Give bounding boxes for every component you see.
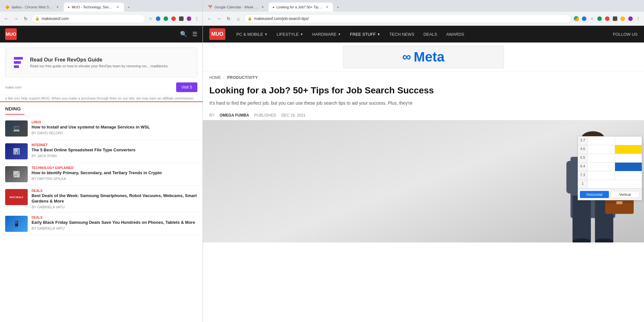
left-menu-icon[interactable]: ⋮ [194, 15, 200, 22]
left-ad-banner: Read Our Free RevOps Guide Read our free… [5, 48, 197, 77]
left-tab-1[interactable]: 🔶 dailies - Chrome Web Store ✕ [1, 3, 64, 12]
right-tab-1-favicon: 📅 [208, 5, 213, 9]
right-breadcrumb-home[interactable]: HOME [209, 75, 221, 80]
right-extension-icon-3[interactable] [604, 15, 611, 22]
right-sp-row-6: 1 [578, 180, 642, 189]
right-sp-label-1: 3.7 [578, 137, 588, 145]
left-tab-2[interactable]: ● MUO - Technology, Simplified ✕ [64, 3, 124, 12]
left-tab-1-favicon: 🔶 [5, 5, 10, 9]
right-nav-items: PC & MOBILE ▼ LIFESTYLE ▼ HARDWARE ▼ FRE… [232, 26, 469, 43]
right-sp-cell-2-2[interactable] [615, 145, 642, 154]
right-sp-cell-2-1[interactable] [588, 145, 615, 154]
right-sp-vertical-btn[interactable]: Vertical [610, 191, 640, 198]
left-article-5-title: Early Black Friday Samsung Deals Save Yo… [32, 220, 197, 225]
right-extension-icon-1[interactable] [581, 15, 587, 22]
right-extension-icon-6[interactable] [627, 15, 634, 22]
right-nav-pc-mobile[interactable]: PC & MOBILE ▼ [232, 26, 272, 43]
svg-rect-11 [566, 161, 574, 193]
right-tab-2[interactable]: ● Looking for a Job? 50+ Tips fo... ✕ [269, 3, 333, 12]
left-ad-source: make.com [5, 85, 22, 89]
right-address-bar: ← → ↻ ⌂ 🔒 makeuseof.com/job-search-tips/… [203, 12, 644, 26]
left-tab-2-close[interactable]: ✕ [116, 5, 120, 9]
right-extension-icon-4[interactable] [612, 15, 618, 22]
left-extension-icon-4[interactable] [178, 15, 185, 22]
left-hamburger-icon[interactable]: ☰ [192, 31, 197, 38]
left-url-box[interactable]: 🔒 makeuseof.com [32, 14, 145, 23]
right-tab-1-close[interactable]: ✕ [261, 5, 265, 9]
right-sp-cell-1-2[interactable] [615, 137, 642, 145]
left-bookmark-icon[interactable]: ☆ [147, 15, 154, 22]
left-search-icon[interactable]: 🔍 [180, 31, 187, 38]
right-sp-row-3: 5.5 [578, 154, 642, 163]
left-article-5[interactable]: 📱 DEALS Early Black Friday Samsung Deals… [0, 213, 203, 235]
left-article-1-category: LINUX [32, 120, 197, 124]
right-bookmark-icon[interactable]: ☆ [589, 15, 595, 22]
left-article-1-title: How to Install and Use systemd to Manage… [32, 125, 197, 130]
right-home-button[interactable]: ⌂ [234, 15, 242, 23]
left-tab-bar: 🔶 dailies - Chrome Web Store ✕ ● MUO - T… [0, 0, 203, 12]
left-article-3[interactable]: 📈 TECHNOLOGY EXPLAINED How to Identify P… [0, 163, 203, 186]
left-trending-divider [5, 114, 24, 115]
left-muo-logo: MUO [5, 28, 17, 40]
left-tab-1-close[interactable]: ✕ [55, 5, 60, 9]
left-extension-icon-2[interactable] [163, 15, 169, 22]
right-back-button[interactable]: ← [205, 15, 213, 23]
right-article-author: OMEGA FUMBA [220, 113, 249, 118]
right-browser: 📅 Google Calendar - Week of Nov... ✕ ● L… [203, 0, 644, 322]
right-sp-cell-6-1[interactable] [588, 180, 642, 188]
left-article-1-author: BY DAVID DELONY [32, 131, 197, 135]
right-article-by: BY [209, 113, 214, 118]
right-breadcrumb-current: PRODUCTIVITY [227, 75, 258, 80]
left-forward-button[interactable]: → [12, 15, 20, 23]
right-tab-3[interactable]: + [333, 3, 343, 12]
right-sp-cell-3-2[interactable] [615, 154, 642, 162]
right-extension-icon-5[interactable] [620, 15, 626, 22]
left-article-1[interactable]: 💻 LINUX How to Install and Use systemd t… [0, 117, 203, 140]
left-reload-button[interactable]: ↻ [22, 15, 30, 23]
right-nav-hardware[interactable]: HARDWARE ▼ [308, 26, 346, 43]
left-back-button[interactable]: ← [3, 15, 10, 23]
right-sp-cell-1-1[interactable] [588, 137, 615, 145]
right-nav-awards[interactable]: AWARDS [442, 26, 469, 43]
right-meta-text: Meta [414, 49, 445, 65]
right-nav-pc-mobile-arrow: ▼ [264, 33, 268, 36]
right-reload-button[interactable]: ↻ [225, 15, 232, 23]
right-sp-horizontal-btn[interactable]: Horizontal [580, 191, 609, 198]
left-tab-3[interactable]: + [124, 3, 134, 12]
left-ad-visit-button[interactable]: Visit S [176, 82, 197, 92]
left-article-4-thumb: MUO DEALS [5, 189, 28, 205]
right-menu-icon[interactable]: ⋮ [635, 15, 641, 22]
right-extension-icon-2[interactable] [596, 15, 603, 22]
left-lock-icon: 🔒 [35, 16, 40, 21]
right-breadcrumb-separator: › [223, 76, 224, 80]
right-url-box[interactable]: 🔒 makeuseof.com/job-search-tips/ [244, 14, 571, 23]
right-sp-cell-3-1[interactable] [588, 154, 615, 162]
right-sp-label-4: 6.4 [578, 163, 588, 171]
right-sp-cell-5-2[interactable] [615, 171, 642, 180]
left-article-2-info: INTERNET The 5 Best Online Spreadsheet F… [32, 143, 197, 158]
right-nav-tech-news[interactable]: TECH NEWS [385, 26, 419, 43]
left-browser: 🔶 dailies - Chrome Web Store ✕ ● MUO - T… [0, 0, 203, 322]
right-meta-logo-text: ∞ Meta [402, 49, 445, 65]
left-extension-icon-3[interactable] [170, 15, 177, 22]
left-article-3-thumb: 📈 [5, 166, 28, 182]
left-article-4-title: Best Deals of the Week: Samsung Smartpho… [32, 193, 197, 204]
right-tab-1[interactable]: 📅 Google Calendar - Week of Nov... ✕ [204, 3, 269, 12]
right-sp-cell-5-1[interactable] [588, 171, 615, 180]
right-sp-cell-4-1[interactable] [588, 163, 615, 171]
left-article-2[interactable]: 📊 INTERNET The 5 Best Online Spreadsheet… [0, 140, 203, 163]
right-google-icon[interactable] [573, 15, 580, 22]
left-extension-icon-5[interactable] [186, 15, 192, 22]
right-sp-cell-4-2[interactable] [615, 163, 642, 171]
right-nav-deals[interactable]: DEALS [419, 26, 442, 43]
left-url-text: makeuseof.com [42, 16, 69, 21]
left-article-4[interactable]: MUO DEALS DEALS Best Deals of the Week: … [0, 186, 203, 213]
left-extension-icon-1[interactable] [155, 15, 161, 22]
right-muo-logo: MUO [209, 28, 225, 40]
left-article-3-title: How to Identify Primary, Secondary, and … [32, 170, 197, 176]
right-nav-free-stuff-arrow: ▼ [377, 33, 380, 36]
right-tab-2-close[interactable]: ✕ [325, 5, 329, 9]
right-forward-button[interactable]: → [215, 15, 223, 23]
right-nav-lifestyle[interactable]: LIFESTYLE ▼ [272, 26, 308, 43]
right-nav-free-stuff[interactable]: FREE STUFF ▼ [346, 26, 385, 43]
